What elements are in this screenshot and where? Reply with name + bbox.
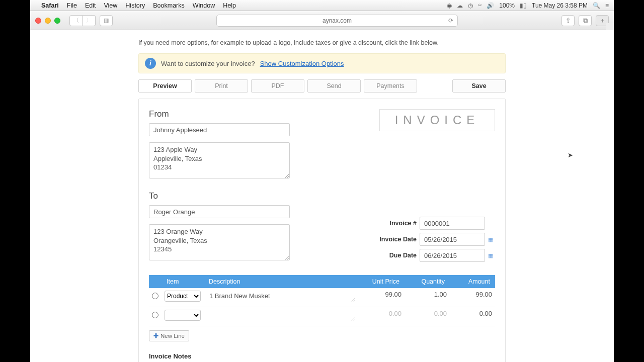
row-select-radio[interactable] <box>152 293 158 299</box>
minimize-window-button[interactable] <box>45 18 51 24</box>
payments-button[interactable]: Payments <box>364 79 417 93</box>
menu-history[interactable]: History <box>125 2 145 9</box>
to-label: To <box>149 191 290 201</box>
record-icon[interactable]: ◉ <box>447 2 452 9</box>
quantity-input[interactable] <box>412 310 447 317</box>
wifi-icon[interactable]: ⌔ <box>478 2 481 9</box>
calendar-icon[interactable]: ▦ <box>488 236 495 243</box>
menubar-datetime[interactable]: Tue May 26 3:58 PM <box>532 2 588 9</box>
col-item: Item <box>162 275 204 288</box>
new-line-button[interactable]: ✚ New Line <box>149 330 189 341</box>
print-button[interactable]: Print <box>195 79 248 93</box>
table-row: Product 99.00 <box>149 288 495 307</box>
due-date-label: Due Date <box>389 252 417 259</box>
menu-bookmarks[interactable]: Bookmarks <box>153 2 185 9</box>
back-button[interactable]: 〈 <box>69 15 83 26</box>
menu-window[interactable]: Window <box>193 2 215 9</box>
item-type-select[interactable]: Product <box>165 291 201 302</box>
zoom-window-button[interactable] <box>54 18 60 24</box>
app-menu[interactable]: Safari <box>41 2 59 9</box>
col-quantity: Quantity <box>405 275 450 288</box>
close-window-button[interactable] <box>35 18 41 24</box>
battery-icon[interactable]: ▮▯ <box>520 2 527 9</box>
volume-icon[interactable]: 🔊 <box>487 2 494 9</box>
invoice-date-input[interactable] <box>420 233 485 246</box>
col-amount: Amount <box>450 275 495 288</box>
forward-button[interactable]: 〉 <box>83 15 96 26</box>
invoice-panel: ➤ From INVOICE To <box>138 99 506 362</box>
col-unit-price: Unit Price <box>359 275 405 288</box>
invoice-number-input[interactable] <box>420 217 485 230</box>
description-input[interactable] <box>207 310 356 322</box>
item-type-select[interactable] <box>165 310 201 321</box>
due-date-input[interactable] <box>420 249 485 262</box>
table-row: 0.00 <box>149 307 495 326</box>
amount-value: 0.00 <box>479 310 492 317</box>
quantity-input[interactable] <box>412 291 447 298</box>
share-button[interactable]: ⇪ <box>561 15 575 26</box>
description-input[interactable] <box>207 291 356 303</box>
menu-view[interactable]: View <box>104 2 117 9</box>
info-icon: i <box>145 58 156 69</box>
row-select-radio[interactable] <box>152 312 158 318</box>
preview-button[interactable]: Preview <box>138 79 192 93</box>
unit-price-input[interactable] <box>366 310 401 317</box>
action-toolbar: Preview Print PDF Send Payments Save <box>138 79 506 93</box>
invoice-number-label: Invoice # <box>390 220 417 227</box>
window-controls <box>35 18 60 24</box>
customize-banner: i Want to customize your invoice? Show C… <box>138 53 506 73</box>
pdf-button[interactable]: PDF <box>251 79 304 93</box>
options-hint: If you need more options, for example to… <box>138 39 506 46</box>
from-address-input[interactable] <box>149 142 290 178</box>
menu-help[interactable]: Help <box>223 2 236 9</box>
notification-center-icon[interactable]: ≡ <box>605 2 609 9</box>
cursor-icon: ➤ <box>568 151 573 159</box>
invoice-title: INVOICE <box>379 109 495 131</box>
show-customization-link[interactable]: Show Customization Options <box>260 60 344 67</box>
sync-icon[interactable]: ☁ <box>457 2 463 9</box>
plus-icon: ✚ <box>153 332 158 339</box>
invoice-notes-label: Invoice Notes <box>149 352 350 360</box>
mac-menubar: Safari File Edit View History Bookmarks … <box>30 0 614 11</box>
reload-icon[interactable]: ⟳ <box>448 17 453 24</box>
page-content: If you need more options, for example to… <box>30 30 614 362</box>
address-text: aynax.com <box>323 17 352 24</box>
amount-value: 99.00 <box>475 291 492 298</box>
to-address-input[interactable] <box>149 224 290 260</box>
to-name-input[interactable] <box>149 205 290 218</box>
invoice-date-label: Invoice Date <box>379 236 417 243</box>
safari-toolbar: 〈 〉 ▥ aynax.com ⟳ ⇪ ⧉ ＋ <box>30 11 614 30</box>
spacer <box>488 220 495 226</box>
send-button[interactable]: Send <box>307 79 361 93</box>
from-label: From <box>149 109 290 119</box>
col-description: Description <box>204 275 359 288</box>
menu-edit[interactable]: Edit <box>85 2 96 9</box>
customize-prompt: Want to customize your invoice? <box>161 60 255 67</box>
save-button[interactable]: Save <box>452 79 506 93</box>
spotlight-icon[interactable]: 🔍 <box>593 2 600 9</box>
from-name-input[interactable] <box>149 123 290 136</box>
sidebar-button[interactable]: ▥ <box>100 15 113 26</box>
tabs-button[interactable]: ⧉ <box>579 15 592 26</box>
new-line-label: New Line <box>160 333 185 339</box>
clock-icon[interactable]: ◷ <box>468 2 473 9</box>
unit-price-input[interactable] <box>366 291 401 298</box>
calendar-icon[interactable]: ▦ <box>488 252 495 259</box>
menu-file[interactable]: File <box>67 2 77 9</box>
line-items-table: Item Description Unit Price Quantity Amo… <box>149 275 495 326</box>
battery-percent[interactable]: 100% <box>499 2 515 9</box>
address-bar[interactable]: aynax.com ⟳ <box>216 15 458 27</box>
